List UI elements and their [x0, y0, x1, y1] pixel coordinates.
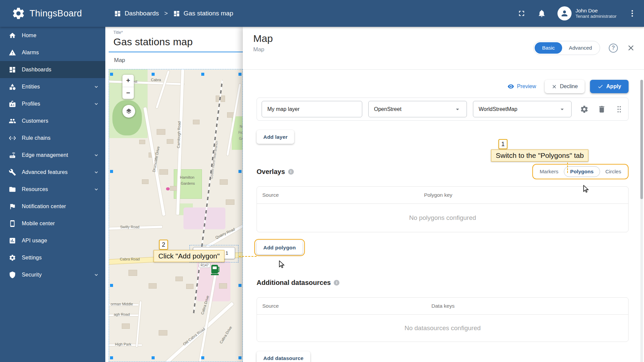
shield-icon — [9, 271, 16, 279]
sidebar-item-entities[interactable]: Entities — [0, 78, 105, 95]
resize-handle[interactable] — [152, 356, 155, 359]
sidebar-item-advanced-features[interactable]: Advanced features — [0, 164, 105, 181]
building — [159, 169, 168, 175]
poi-label: Fionn — [238, 131, 243, 134]
preview-button[interactable]: Preview — [504, 80, 539, 93]
map-layers-button[interactable] — [122, 105, 135, 118]
sidebar-item-resources[interactable]: Resources — [0, 181, 105, 198]
resize-handle[interactable] — [201, 73, 204, 76]
layer-provider-select[interactable]: OpenStreet — [368, 101, 467, 117]
chart-icon — [9, 237, 16, 244]
datasources-table: Source Data keys No datasources configur… — [257, 297, 629, 342]
decline-button[interactable]: Decline — [545, 80, 584, 93]
apply-button[interactable]: Apply — [590, 80, 629, 93]
tab-markers[interactable]: Markers — [536, 167, 562, 177]
sidebar-item-dashboards[interactable]: Dashboards — [0, 61, 105, 78]
building — [193, 120, 200, 124]
decline-label: Decline — [560, 83, 578, 89]
advanced-tab[interactable]: Advanced — [562, 42, 599, 54]
breadcrumb-separator: > — [164, 10, 168, 17]
building — [139, 140, 145, 144]
add-layer-button[interactable]: Add layer — [257, 130, 294, 144]
map-widget[interactable]: West Cabra Drumcliffe Drive Carnlough Ro… — [109, 69, 243, 362]
panel-scrollbar-thumb[interactable] — [640, 80, 643, 199]
sidebar-item-profiles[interactable]: Profiles — [0, 95, 105, 112]
annotation-step1-text: Switch to the "Polygons" tab — [491, 149, 588, 162]
road — [136, 301, 142, 348]
preview-label: Preview — [517, 83, 536, 89]
resize-handle[interactable] — [110, 73, 113, 76]
breadcrumb-dashboards[interactable]: Dashboards — [114, 10, 159, 17]
breadcrumb-current[interactable]: Gas stations map — [173, 10, 233, 17]
customers-icon — [9, 117, 16, 125]
add-datasource-button[interactable]: Add datasource — [257, 351, 310, 362]
tab-circles[interactable]: Circles — [602, 167, 625, 177]
more-menu-icon[interactable] — [628, 9, 637, 18]
sidebar-item-mobile-center[interactable]: Mobile center — [0, 215, 105, 232]
flag-icon — [9, 203, 16, 210]
fuel-pump-icon[interactable] — [211, 264, 220, 275]
resize-handle[interactable] — [152, 73, 155, 76]
sidebar-item-home[interactable]: Home — [0, 27, 105, 44]
resize-handle[interactable] — [238, 284, 241, 287]
close-icon[interactable] — [627, 44, 635, 52]
layer-name-input[interactable] — [267, 106, 357, 112]
sidebar-item-label: Mobile center — [22, 221, 55, 227]
layer-name-field[interactable] — [262, 101, 362, 117]
sidebar-item-settings[interactable]: Settings — [0, 249, 105, 266]
sidebar-item-label: Customers — [22, 118, 48, 124]
delete-layer-trash-icon[interactable] — [597, 105, 606, 114]
sidebar-item-notification-center[interactable]: Notification center — [0, 198, 105, 215]
settings-panel-body: Preview Decline Apply OpenStreet — [243, 80, 644, 362]
sidebar-item-rule-chains[interactable]: Rule chains — [0, 129, 105, 146]
breadcrumb-label: Gas stations map — [183, 10, 233, 17]
railway-label: GSWR North Wall Branch — [210, 140, 219, 179]
dashboard-title-input[interactable]: Gas stations map — [105, 35, 243, 48]
layer-type-select[interactable]: WorldStreetMap — [473, 101, 572, 117]
help-icon[interactable]: ? — [609, 44, 618, 53]
annotation-step1-connector — [567, 163, 568, 173]
sidebar-item-edge-management[interactable]: Edge management — [0, 146, 105, 164]
basic-tab[interactable]: Basic — [535, 42, 562, 54]
datasources-empty-state: No datasources configured — [257, 315, 628, 342]
overlay-tabs-highlight: Markers Polygons Circles — [532, 164, 629, 179]
drag-handle-icon[interactable] — [615, 105, 624, 114]
sidebar-item-api-usage[interactable]: API usage — [0, 232, 105, 249]
smartphone-icon — [9, 220, 16, 227]
add-polygon-label: Add polygon — [263, 245, 296, 251]
mouse-cursor-icon — [582, 185, 590, 193]
street-label: agh Road — [114, 312, 130, 316]
user-avatar[interactable] — [557, 6, 572, 20]
sidebar-item-label: Alarms — [22, 50, 39, 56]
sidebar-item-customers[interactable]: Customers — [0, 112, 105, 129]
sidebar-item-security[interactable]: Security — [0, 266, 105, 283]
layer-settings-gear-icon[interactable] — [580, 105, 589, 114]
add-datasource-label: Add datasource — [263, 355, 304, 361]
dashboard-edit-column: Title* Gas stations map Map — [105, 27, 243, 362]
resize-handle[interactable] — [110, 356, 113, 359]
street-label: Cabra Drive — [219, 325, 232, 344]
resize-handle[interactable] — [238, 170, 241, 173]
fullscreen-icon[interactable] — [517, 9, 526, 18]
add-polygon-button[interactable]: Add polygon — [257, 241, 303, 254]
tab-polygons[interactable]: Polygons — [564, 166, 600, 177]
resize-handle[interactable] — [238, 73, 241, 76]
user-role: Tenant administrator — [576, 14, 616, 19]
resize-handle[interactable] — [110, 284, 113, 287]
sidebar-item-alarms[interactable]: Alarms — [0, 44, 105, 61]
thingsboard-logo-icon — [11, 6, 25, 20]
notifications-bell-icon[interactable] — [537, 9, 546, 18]
app-logo[interactable]: ThingsBoard — [11, 6, 82, 20]
edge-router-icon — [9, 152, 16, 159]
zoom-out-button[interactable]: − — [122, 87, 134, 99]
street-label: Cabra — [151, 78, 161, 82]
zoom-in-button[interactable]: + — [122, 75, 134, 87]
chevron-down-icon — [93, 152, 99, 158]
sidebar-nav: Home Alarms Dashboards Entities Profiles… — [0, 27, 105, 362]
profiles-badge-icon — [9, 100, 16, 108]
street-label: orman Middle — [111, 302, 133, 306]
resize-handle[interactable] — [201, 356, 204, 359]
sidebar-item-label: Profiles — [22, 101, 40, 107]
resize-handle[interactable] — [110, 170, 113, 173]
resize-handle[interactable] — [238, 356, 241, 359]
